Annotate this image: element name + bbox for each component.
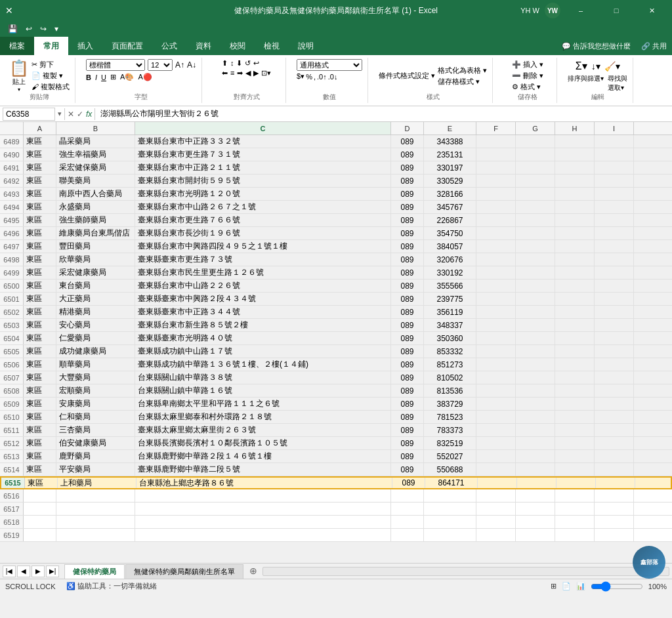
cell-c[interactable]: 臺東縣台東市更生路７６６號 bbox=[135, 214, 391, 226]
table-row[interactable]: 6512 東區 伯安健康藥局 台東縣長濱鄉長濱村１０鄰長濱路１０５號 089 8… bbox=[0, 437, 672, 450]
cell-c[interactable]: 臺東縣鹿野鄉中華路二段５號 bbox=[135, 463, 391, 476]
cell-g[interactable] bbox=[516, 463, 555, 476]
cell-g[interactable] bbox=[516, 371, 555, 384]
cell-h[interactable] bbox=[555, 345, 595, 358]
cell-g[interactable] bbox=[516, 358, 555, 371]
tab-page-layout[interactable]: 頁面配置 bbox=[102, 37, 152, 55]
merge-button[interactable]: ⊡▾ bbox=[261, 69, 271, 77]
cell-h[interactable] bbox=[555, 306, 595, 318]
add-sheet-button[interactable]: ⊕ bbox=[247, 564, 260, 577]
cell-h[interactable] bbox=[555, 188, 595, 200]
sheet-tab-1[interactable]: 健保特約藥局 bbox=[64, 564, 125, 579]
col-header-g[interactable]: G bbox=[516, 122, 555, 134]
col-header-d[interactable]: D bbox=[391, 122, 424, 134]
cell-b[interactable]: 仁愛藥局 bbox=[56, 332, 135, 344]
cell-g[interactable] bbox=[517, 478, 556, 488]
cell-h[interactable] bbox=[555, 463, 595, 476]
cell-d[interactable]: 089 bbox=[391, 437, 424, 449]
table-row[interactable]: 6518 bbox=[0, 516, 672, 529]
increase-font-button[interactable]: A↑ bbox=[175, 60, 184, 70]
cell-d[interactable]: 089 bbox=[391, 345, 424, 358]
user-avatar[interactable]: YW bbox=[545, 3, 560, 18]
cell-c[interactable]: 臺東縣台東市光明路１２０號 bbox=[135, 188, 391, 200]
wrap-text-button[interactable]: ↩ bbox=[253, 59, 259, 68]
cell-a[interactable]: 東區 bbox=[24, 188, 56, 200]
cell-c[interactable]: 臺東縣台東市開封街５９５號 bbox=[135, 175, 391, 187]
cell-h[interactable] bbox=[555, 332, 595, 344]
table-row[interactable]: 6497 東區 豐田藥局 臺東縣台東市中興路四段４９５之１號１樓 089 384… bbox=[0, 240, 672, 253]
cell-f[interactable] bbox=[476, 306, 516, 318]
cell-a[interactable]: 東區 bbox=[24, 266, 56, 279]
customize-qa-button[interactable]: ▾ bbox=[52, 23, 61, 35]
table-row[interactable]: 6492 東區 聯美藥局 臺東縣台東市開封街５９５號 089 330529 bbox=[0, 175, 672, 188]
tell-me[interactable]: 💬 告訴我您想做什麼 bbox=[562, 41, 631, 51]
cell-e[interactable]: 343388 bbox=[424, 135, 476, 148]
cell-i[interactable] bbox=[595, 332, 634, 344]
cell-i[interactable] bbox=[595, 450, 634, 463]
first-sheet-button[interactable]: |◀ bbox=[3, 566, 16, 577]
cell-c[interactable]: 臺東縣台東市中山路２６７之１號 bbox=[135, 201, 391, 213]
cut-button[interactable]: ✂ 剪下 bbox=[32, 60, 70, 70]
table-row[interactable]: 6508 東區 宏順藥局 台東縣關山鎮中華路１６號 089 813536 bbox=[0, 384, 672, 398]
table-row[interactable]: 6495 東區 強生藥師藥局 臺東縣台東市更生路７６６號 089 226867 bbox=[0, 214, 672, 227]
cell-b[interactable]: 鹿野藥局 bbox=[56, 450, 135, 463]
cell-h[interactable] bbox=[555, 253, 595, 266]
cell-c[interactable]: 臺東縣臺東市光明路４０號 bbox=[135, 332, 391, 344]
cell-i[interactable] bbox=[595, 345, 634, 358]
table-row[interactable]: 6504 東區 仁愛藥局 臺東縣臺東市光明路４０號 089 350360 bbox=[0, 332, 672, 345]
table-row[interactable]: 6500 東區 東台藥局 臺東縣台東市中山路２２６號 089 355566 bbox=[0, 279, 672, 293]
cell-e[interactable]: 832519 bbox=[424, 437, 476, 449]
cell-i[interactable] bbox=[595, 201, 634, 213]
cell-e[interactable]: 226867 bbox=[424, 214, 476, 226]
expand-name-box[interactable]: ▾ bbox=[58, 110, 62, 118]
conditional-format-button[interactable]: 條件式格式設定 ▾ bbox=[379, 71, 435, 81]
cell-e[interactable]: 330197 bbox=[424, 161, 476, 174]
cell-g[interactable] bbox=[516, 332, 555, 344]
cell-b[interactable]: 東台藥局 bbox=[56, 279, 135, 292]
close-button[interactable]: ✕ bbox=[637, 0, 667, 21]
cell-d[interactable]: 089 bbox=[391, 227, 424, 239]
table-row[interactable]: 6493 東區 南原中西人合藥局 臺東縣台東市光明路１２０號 089 32816… bbox=[0, 188, 672, 201]
cell-i[interactable] bbox=[595, 516, 634, 528]
cell-g[interactable] bbox=[516, 188, 555, 200]
cell-i[interactable] bbox=[595, 503, 634, 515]
last-sheet-button[interactable]: ▶| bbox=[46, 566, 59, 577]
cell-d[interactable]: 089 bbox=[391, 240, 424, 253]
cell-d[interactable]: 089 bbox=[391, 306, 424, 318]
cell-a[interactable]: 東區 bbox=[24, 214, 56, 226]
cell-e[interactable]: 550688 bbox=[424, 463, 476, 476]
cell-h[interactable] bbox=[555, 319, 595, 331]
cell-b[interactable]: 安康藥局 bbox=[56, 398, 135, 410]
cell-a[interactable]: 東區 bbox=[24, 161, 56, 174]
cell-c[interactable]: 臺東縣臺東市中正路３４４號 bbox=[135, 306, 391, 318]
cell-b[interactable]: 晶采藥局 bbox=[56, 135, 135, 148]
cell-g[interactable] bbox=[516, 516, 555, 528]
cell-f[interactable] bbox=[476, 135, 516, 148]
cell-i[interactable] bbox=[595, 240, 634, 253]
cell-g[interactable] bbox=[516, 253, 555, 266]
cell-a[interactable]: 東區 bbox=[24, 345, 56, 358]
cell-b[interactable]: 維康藥局台東馬偕店 bbox=[56, 227, 135, 239]
indent-dec-button[interactable]: ◀ bbox=[245, 69, 251, 77]
cell-b[interactable]: 采宏健康藥局 bbox=[56, 266, 135, 279]
cell-i[interactable] bbox=[595, 279, 634, 292]
cell-e[interactable] bbox=[424, 503, 476, 515]
cell-a[interactable]: 東區 bbox=[24, 437, 56, 449]
cell-f[interactable] bbox=[478, 478, 517, 488]
cell-i[interactable] bbox=[595, 358, 634, 371]
cell-c[interactable]: 臺東縣台東市民生里更生路１２６號 bbox=[135, 266, 391, 279]
align-top-button[interactable]: ⬆ bbox=[222, 59, 228, 68]
cell-f[interactable] bbox=[476, 503, 516, 515]
cell-g[interactable] bbox=[516, 227, 555, 239]
table-row[interactable]: 6498 東區 欣華藥局 臺東縣臺東市更生路７３號 089 320676 bbox=[0, 253, 672, 266]
cell-a[interactable]: 東區 bbox=[24, 175, 56, 187]
cell-g[interactable] bbox=[516, 398, 555, 410]
cell-h[interactable] bbox=[555, 148, 595, 161]
cell-f[interactable] bbox=[476, 411, 516, 423]
cell-h[interactable] bbox=[555, 529, 595, 541]
cell-c[interactable]: 臺東縣台東市新生路８５號２樓 bbox=[135, 319, 391, 331]
cell-b[interactable] bbox=[56, 503, 135, 515]
table-row[interactable]: 6501 東區 大正藥局 臺東縣臺東市中興路２段４３４號 089 239775 bbox=[0, 293, 672, 306]
cell-f[interactable] bbox=[476, 293, 516, 305]
cell-i[interactable] bbox=[595, 306, 634, 318]
